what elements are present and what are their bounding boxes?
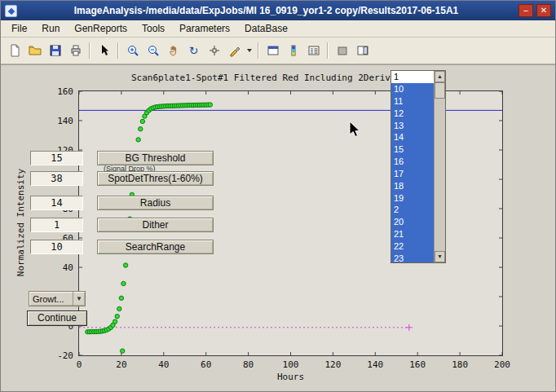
save-icon: [49, 44, 62, 57]
x-tick-label: 140: [367, 359, 383, 370]
listbox-item-11[interactable]: 11: [391, 95, 434, 108]
y-tick-label: 140: [44, 116, 73, 126]
radius-input[interactable]: [30, 196, 83, 210]
scroll-down-icon[interactable]: ▼: [435, 251, 445, 262]
y-tick-label: 160: [44, 86, 73, 97]
number-listbox[interactable]: 110111213141516171819220212223 ▲ ▼: [391, 70, 446, 263]
x-tick-label: 40: [158, 359, 169, 370]
insert-legend-icon: [307, 44, 320, 57]
link-figure-button[interactable]: [263, 41, 283, 61]
listbox-item-14[interactable]: 14: [391, 131, 434, 143]
rotate-3d-icon: ↻: [189, 44, 199, 57]
x-tick-label: 80: [243, 359, 254, 370]
app-icon: [5, 5, 17, 17]
toolbar-separator: [89, 42, 90, 59]
listbox-item-2[interactable]: 2: [391, 204, 434, 216]
listbox-item-12[interactable]: 12: [391, 107, 434, 119]
listbox-item-22[interactable]: 22: [391, 240, 434, 252]
chart-title: Scan6plate1-Spot#1 Filtered Red Includin…: [131, 73, 407, 83]
pan-hand-button[interactable]: [163, 41, 183, 61]
listbox-item-19[interactable]: 19: [391, 192, 434, 204]
minimize-button[interactable]: –: [518, 4, 533, 17]
zoom-out-button[interactable]: [143, 41, 163, 61]
x-tick-label: 0: [77, 359, 82, 370]
app-window: ImageAnalysis-/media/data/ExpJobs/MI 16_…: [0, 0, 556, 392]
y-tick-label: 40: [44, 262, 73, 273]
search-range-input[interactable]: [30, 240, 83, 254]
close-button[interactable]: ✕: [536, 4, 551, 17]
y-tick-label: -20: [44, 350, 73, 361]
insert-colorbar-button[interactable]: [283, 41, 303, 61]
brush-icon: [228, 44, 241, 57]
arrow-cursor-icon: [98, 44, 111, 57]
x-tick-label: 200: [494, 359, 510, 370]
data-cursor-button[interactable]: [204, 41, 224, 61]
menu-item-database[interactable]: DataBase: [237, 21, 295, 36]
insert-legend-button[interactable]: [303, 41, 324, 61]
zoom-in-button[interactable]: [122, 41, 143, 61]
listbox-item-18[interactable]: 18: [391, 179, 434, 192]
listbox-item-21[interactable]: 21: [391, 228, 434, 240]
listbox-item-15[interactable]: 15: [391, 143, 434, 156]
link-figure-icon: [267, 44, 280, 57]
radius-button[interactable]: Radius: [97, 196, 214, 210]
title-bar[interactable]: ImageAnalysis-/media/data/ExpJobs/MI 16_…: [1, 1, 555, 20]
listbox-items: 110111213141516171819220212223: [391, 71, 434, 262]
dither-input[interactable]: [30, 218, 83, 232]
print-button[interactable]: [65, 41, 86, 61]
rotate-3d-button[interactable]: ↻: [183, 41, 204, 61]
open-folder-button[interactable]: [24, 41, 45, 61]
spot-det-thres-input[interactable]: [30, 171, 83, 186]
hide-plot-tools-button[interactable]: [332, 41, 352, 61]
listbox-item-23[interactable]: 23: [391, 252, 434, 262]
toolbar-separator: [258, 42, 259, 59]
show-plot-tools-button[interactable]: [352, 41, 373, 61]
x-tick-label: 20: [116, 359, 126, 370]
save-button[interactable]: [45, 41, 65, 61]
growth-dropdown-label: Growt...: [29, 292, 73, 306]
mouse-cursor: [349, 121, 362, 139]
menu-item-parameters[interactable]: Parameters: [172, 21, 237, 36]
menu-bar: FileRunGenReportsToolsParametersDataBase: [1, 20, 555, 37]
x-axis-label: Hours: [78, 372, 503, 382]
insert-colorbar-icon: [287, 44, 300, 57]
pan-hand-icon: [167, 44, 180, 57]
menu-item-run[interactable]: Run: [34, 21, 67, 36]
scrollbar-thumb[interactable]: [435, 82, 445, 99]
brush-button[interactable]: [224, 41, 245, 61]
menu-item-file[interactable]: File: [4, 21, 34, 36]
listbox-item-17[interactable]: 17: [391, 168, 434, 180]
menu-item-tools[interactable]: Tools: [135, 21, 172, 36]
new-file-button[interactable]: [4, 41, 24, 61]
zoom-out-icon: [147, 44, 160, 57]
menu-item-genreports[interactable]: GenReports: [67, 21, 135, 36]
x-tick-label: 180: [452, 359, 468, 370]
growth-dropdown[interactable]: Growt... ▼: [29, 291, 86, 306]
arrow-cursor-button[interactable]: [94, 41, 114, 61]
x-tick-label: 60: [201, 359, 211, 370]
print-icon: [69, 44, 82, 57]
x-tick-label: 100: [283, 359, 299, 370]
listbox-scrollbar[interactable]: ▲ ▼: [434, 71, 445, 262]
spot-det-thres-button[interactable]: SpotDetThres(1-60%): [97, 171, 214, 186]
brush-menu-arrow-button[interactable]: [245, 41, 254, 61]
listbox-item-20[interactable]: 20: [391, 216, 434, 228]
scroll-up-icon[interactable]: ▲: [435, 71, 445, 82]
toolbar: ↻: [1, 37, 555, 64]
data-cursor-icon: [208, 44, 221, 57]
toolbar-separator: [327, 42, 329, 59]
window-title: ImageAnalysis-/media/data/ExpJobs/MI 16_…: [17, 5, 515, 16]
x-tick-label: 160: [409, 359, 426, 370]
new-file-icon: [8, 44, 21, 57]
search-range-button[interactable]: SearchRange: [97, 240, 214, 254]
chevron-down-icon[interactable]: ▼: [73, 292, 85, 306]
continue-button[interactable]: Continue: [27, 311, 87, 326]
listbox-item-1[interactable]: 1: [391, 71, 434, 83]
bg-threshold-button[interactable]: BG Threshold: [97, 151, 214, 165]
listbox-item-10[interactable]: 10: [391, 83, 434, 95]
listbox-item-13[interactable]: 13: [391, 119, 434, 131]
dither-button[interactable]: Dither: [97, 218, 214, 232]
listbox-item-16[interactable]: 16: [391, 156, 434, 168]
toolbar-separator: [117, 42, 119, 59]
bg-threshold-input[interactable]: [30, 151, 83, 165]
